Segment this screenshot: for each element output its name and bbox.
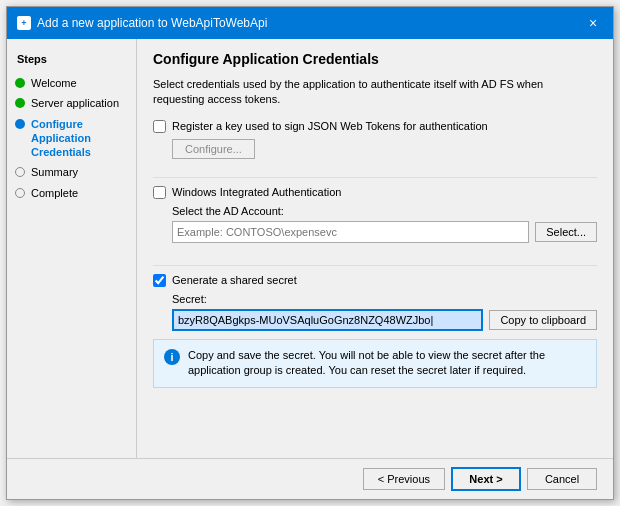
- sidebar-item-server-application[interactable]: Server application: [7, 93, 136, 113]
- step-label-complete: Complete: [31, 186, 78, 200]
- dialog-title: Add a new application to WebApiToWebApi: [37, 16, 267, 30]
- step-dot-configure: [15, 119, 25, 129]
- ad-account-label: Select the AD Account:: [172, 205, 597, 217]
- sidebar-item-configure-credentials[interactable]: Configure Application Credentials: [7, 114, 136, 163]
- next-button[interactable]: Next >: [451, 467, 521, 491]
- page-title: Configure Application Credentials: [153, 51, 597, 67]
- ad-account-input[interactable]: [172, 221, 529, 243]
- shared-secret-checkbox-row: Generate a shared secret: [153, 274, 597, 287]
- windows-auth-section: Windows Integrated Authentication Select…: [153, 186, 597, 247]
- configure-button[interactable]: Configure...: [172, 139, 255, 159]
- close-button[interactable]: ×: [583, 13, 603, 33]
- secret-label: Secret:: [172, 293, 597, 305]
- sidebar-item-summary[interactable]: Summary: [7, 162, 136, 182]
- info-text: Copy and save the secret. You will not b…: [188, 348, 586, 379]
- description: Select credentials used by the applicati…: [153, 77, 597, 108]
- dialog-content: Steps Welcome Server application Configu…: [7, 39, 613, 458]
- ad-account-input-row: Select...: [172, 221, 597, 243]
- info-icon: i: [164, 349, 180, 365]
- ad-account-select-button[interactable]: Select...: [535, 222, 597, 242]
- copy-clipboard-button[interactable]: Copy to clipboard: [489, 310, 597, 330]
- info-box: i Copy and save the secret. You will not…: [153, 339, 597, 388]
- jwt-checkbox[interactable]: [153, 120, 166, 133]
- previous-button[interactable]: < Previous: [363, 468, 445, 490]
- shared-secret-label[interactable]: Generate a shared secret: [172, 274, 297, 286]
- footer: < Previous Next > Cancel: [7, 458, 613, 499]
- step-dot-welcome: [15, 78, 25, 88]
- sidebar-item-complete[interactable]: Complete: [7, 183, 136, 203]
- windows-auth-label[interactable]: Windows Integrated Authentication: [172, 186, 341, 198]
- jwt-checkbox-row: Register a key used to sign JSON Web Tok…: [153, 120, 597, 133]
- shared-secret-section: Generate a shared secret Secret: Copy to…: [153, 274, 597, 388]
- step-dot-summary: [15, 167, 25, 177]
- sidebar-item-welcome[interactable]: Welcome: [7, 73, 136, 93]
- jwt-checkbox-label[interactable]: Register a key used to sign JSON Web Tok…: [172, 120, 488, 132]
- sidebar: Steps Welcome Server application Configu…: [7, 39, 137, 458]
- cancel-button[interactable]: Cancel: [527, 468, 597, 490]
- shared-secret-checkbox[interactable]: [153, 274, 166, 287]
- step-label-summary: Summary: [31, 165, 78, 179]
- divider-1: [153, 177, 597, 178]
- divider-2: [153, 265, 597, 266]
- steps-label: Steps: [7, 49, 136, 73]
- step-label-configure: Configure Application Credentials: [31, 117, 128, 160]
- step-dot-server: [15, 98, 25, 108]
- step-label-server: Server application: [31, 96, 119, 110]
- secret-input-row: Copy to clipboard: [172, 309, 597, 331]
- windows-auth-checkbox-row: Windows Integrated Authentication: [153, 186, 597, 199]
- step-dot-complete: [15, 188, 25, 198]
- jwt-section: Register a key used to sign JSON Web Tok…: [153, 120, 597, 159]
- secret-input[interactable]: [172, 309, 483, 331]
- title-bar-left: + Add a new application to WebApiToWebAp…: [17, 16, 267, 30]
- secret-input-section: Secret: Copy to clipboard: [172, 293, 597, 331]
- windows-auth-checkbox[interactable]: [153, 186, 166, 199]
- main-panel: Configure Application Credentials Select…: [137, 39, 613, 458]
- step-label-welcome: Welcome: [31, 76, 77, 90]
- dialog: + Add a new application to WebApiToWebAp…: [6, 6, 614, 500]
- app-icon: +: [17, 16, 31, 30]
- ad-account-section: Select the AD Account: Select...: [172, 205, 597, 243]
- title-bar: + Add a new application to WebApiToWebAp…: [7, 7, 613, 39]
